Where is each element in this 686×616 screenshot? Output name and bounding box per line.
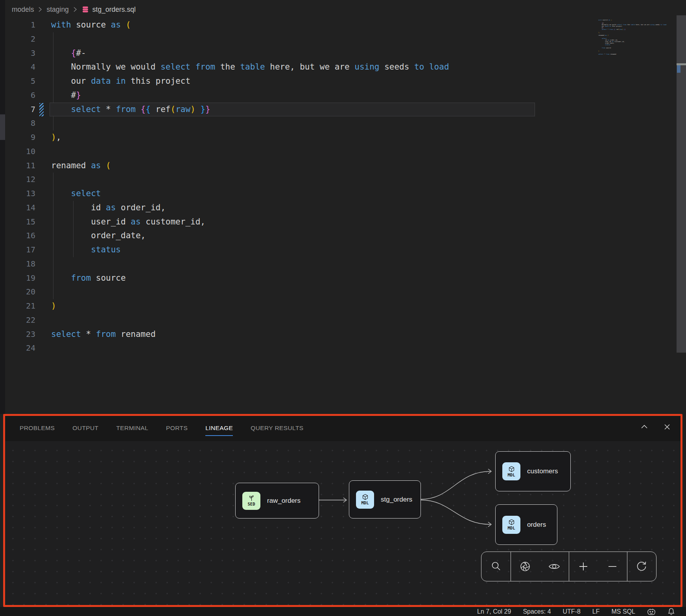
- code-line-13[interactable]: 13 select: [0, 187, 686, 201]
- line-number[interactable]: 17: [16, 243, 35, 257]
- line-number[interactable]: 7: [16, 103, 35, 117]
- code-text: ): [51, 299, 56, 313]
- code-text: with source as (: [51, 18, 131, 32]
- line-number[interactable]: 10: [16, 145, 35, 159]
- panel-maximize-button[interactable]: [640, 422, 649, 432]
- status-eol-sequence[interactable]: LF: [592, 608, 600, 615]
- code-line-17[interactable]: 17 status: [0, 243, 686, 257]
- zoom-out-button[interactable]: [601, 555, 624, 578]
- code-line-10[interactable]: 10: [0, 145, 686, 159]
- line-number[interactable]: 5: [16, 74, 35, 88]
- line-number[interactable]: 12: [16, 173, 35, 187]
- cube-icon: [508, 466, 515, 473]
- line-number[interactable]: 14: [16, 201, 35, 215]
- file-name: stg_orders.sql: [92, 6, 136, 14]
- panel-tab-terminal[interactable]: TERMINAL: [116, 423, 148, 434]
- line-number[interactable]: 4: [16, 60, 35, 74]
- status-indentation[interactable]: Spaces: 4: [523, 608, 551, 615]
- line-number[interactable]: 19: [16, 271, 35, 285]
- panel-tab-problems[interactable]: PROBLEMS: [20, 423, 55, 434]
- code-line-2[interactable]: 2: [0, 32, 686, 46]
- code-text: user_id as customer_id,: [51, 215, 205, 229]
- line-number[interactable]: 13: [16, 187, 35, 201]
- panel-tab-bar: PROBLEMSOUTPUTTERMINALPORTSLINEAGEQUERY …: [5, 416, 680, 441]
- node-type-label: MDL: [508, 473, 515, 477]
- breadcrumb-separator: [73, 6, 77, 13]
- panel-tab-query-results[interactable]: QUERY RESULTS: [251, 423, 303, 434]
- line-number[interactable]: 18: [16, 257, 35, 271]
- breadcrumb-file[interactable]: stg_orders.sql: [81, 6, 136, 14]
- line-number[interactable]: 6: [16, 88, 35, 103]
- line-number[interactable]: 23: [16, 327, 35, 342]
- chevron-up-icon: [640, 423, 649, 431]
- panel-close-button[interactable]: [662, 422, 672, 432]
- code-line-22[interactable]: 22: [0, 313, 686, 327]
- line-number[interactable]: 22: [16, 313, 35, 327]
- panel-tab-output[interactable]: OUTPUT: [72, 423, 98, 434]
- editor-area[interactable]: models staging stg_orders.sql 1with sour…: [0, 0, 686, 414]
- status-bar: Ln 7, Col 29Spaces: 4UTF-8LFMS SQL: [0, 607, 686, 616]
- node-label: orders: [527, 521, 546, 529]
- status-language-mode[interactable]: MS SQL: [612, 608, 635, 615]
- breadcrumb-separator: [38, 6, 42, 13]
- eye-button[interactable]: [542, 555, 566, 578]
- code-line-15[interactable]: 15 user_id as customer_id,: [0, 215, 686, 229]
- line-number[interactable]: 20: [16, 285, 35, 299]
- breadcrumb-item[interactable]: staging: [46, 6, 68, 14]
- status-feedback-robot-button[interactable]: [647, 608, 656, 615]
- line-number[interactable]: 2: [16, 32, 35, 46]
- lineage-node-raw_orders[interactable]: SEDraw_orders: [235, 483, 319, 519]
- line-number[interactable]: 24: [16, 341, 35, 355]
- lineage-node-stg_orders[interactable]: MDLstg_orders: [349, 480, 421, 519]
- lineage-node-orders[interactable]: MDLorders: [495, 504, 557, 545]
- panel-tab-ports[interactable]: PORTS: [166, 423, 188, 434]
- breadcrumb: models staging stg_orders.sql: [12, 3, 136, 16]
- lineage-canvas[interactable]: SEDraw_orders MDLstg_orders MDLcustomers…: [5, 441, 680, 605]
- code-line-23[interactable]: 23select * from renamed: [0, 327, 686, 342]
- code-text: select * from {{ ref(raw) }}: [51, 103, 210, 117]
- toolbar-segment: [511, 552, 569, 581]
- line-number[interactable]: 16: [16, 229, 35, 243]
- refresh-button[interactable]: [630, 555, 653, 578]
- status-encoding[interactable]: UTF-8: [563, 608, 581, 615]
- code-line-7[interactable]: 7 select * from {{ ref(raw) }}: [0, 103, 686, 117]
- code-line-14[interactable]: 14 id as order_id,: [0, 201, 686, 215]
- code-line-12[interactable]: 12: [0, 173, 686, 187]
- code-line-4[interactable]: 4 Normally we would select from the tabl…: [0, 60, 686, 74]
- code-line-6[interactable]: 6 #}: [0, 88, 686, 103]
- code-line-11[interactable]: 11renamed as (: [0, 159, 686, 173]
- lineage-node-customers[interactable]: MDLcustomers: [495, 451, 571, 491]
- line-number[interactable]: 15: [16, 215, 35, 229]
- code-line-18[interactable]: 18: [0, 257, 686, 271]
- line-number[interactable]: 9: [16, 131, 35, 145]
- panel-tab-lineage[interactable]: LINEAGE: [205, 423, 233, 434]
- minimap[interactable]: with source as ( {#- Normally we would s…: [598, 20, 670, 57]
- code-line-1[interactable]: 1with source as (: [0, 18, 686, 32]
- line-number[interactable]: 21: [16, 299, 35, 313]
- editor-scrollbar[interactable]: [677, 12, 686, 409]
- status-bell-button[interactable]: [668, 607, 675, 616]
- code-line-5[interactable]: 5 our data in this project: [0, 74, 686, 88]
- code-line-20[interactable]: 20: [0, 285, 686, 299]
- code-line-9[interactable]: 9),: [0, 131, 686, 145]
- code-line-19[interactable]: 19 from source: [0, 271, 686, 285]
- code-line-24[interactable]: 24: [0, 341, 686, 355]
- overview-ruler-modified-marker: [677, 65, 680, 73]
- status-cursor-position[interactable]: Ln 7, Col 29: [477, 608, 511, 615]
- code-line-21[interactable]: 21): [0, 299, 686, 313]
- aperture-button[interactable]: [513, 555, 537, 578]
- line-number[interactable]: 11: [16, 159, 35, 173]
- code-line-3[interactable]: 3 {#-: [0, 46, 686, 61]
- line-number[interactable]: 1: [16, 18, 35, 32]
- code-editor[interactable]: 1with source as (23 {#-4 Normally we wou…: [0, 18, 686, 355]
- code-line-8[interactable]: 8: [0, 116, 686, 131]
- node-label: customers: [527, 467, 558, 475]
- search-icon: [490, 561, 502, 572]
- breadcrumb-item[interactable]: models: [12, 6, 34, 14]
- code-line-16[interactable]: 16 order_date,: [0, 229, 686, 243]
- zoom-in-button[interactable]: [572, 555, 595, 578]
- seedling-icon: [248, 495, 255, 502]
- line-number[interactable]: 3: [16, 46, 35, 61]
- line-number[interactable]: 8: [16, 116, 35, 131]
- search-button[interactable]: [484, 555, 508, 578]
